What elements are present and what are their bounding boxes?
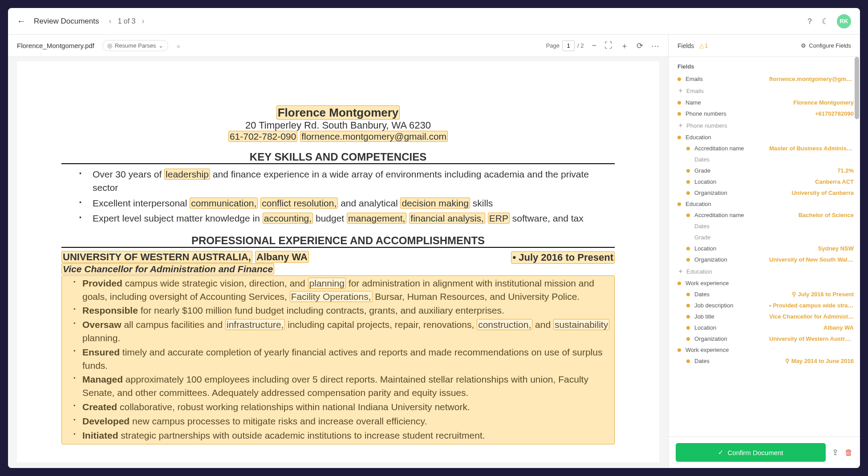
- delete-icon[interactable]: 🗑: [845, 448, 853, 457]
- field-label: Work experience: [685, 347, 854, 353]
- fields-list[interactable]: Fields Emailsflornence.montgomery@gmail.…: [669, 57, 860, 436]
- field-row[interactable]: Accreditation nameBachelor of Science: [676, 210, 856, 221]
- plus-icon: +: [677, 87, 684, 95]
- field-value: Albany WA: [823, 324, 854, 331]
- document-viewport[interactable]: Florence Montgomery 20 Timperley Rd. Sou…: [8, 57, 668, 468]
- bullet-icon: [686, 337, 690, 341]
- topbar-right: ？ ☾ RK: [806, 14, 851, 28]
- bullet-icon: [686, 180, 690, 184]
- document-page: Florence Montgomery 20 Timperley Rd. Sou…: [17, 61, 659, 462]
- field-row[interactable]: Grade71.2%: [676, 165, 856, 176]
- filename: Florence_Montgomery.pdf: [17, 42, 94, 49]
- configure-fields-button[interactable]: ⚙ Configure Fields: [801, 42, 851, 49]
- bullet-icon: [686, 147, 690, 150]
- field-row[interactable]: NameFlorence Montgomery: [676, 97, 856, 108]
- zoom-in-icon[interactable]: ＋: [621, 40, 629, 51]
- warning-badge[interactable]: △1: [699, 42, 708, 49]
- field-label: Job title: [694, 313, 769, 320]
- field-row[interactable]: OrganizationUniversity of Western Austra…: [676, 333, 856, 344]
- field-row[interactable]: Job description• Provided campus wide st…: [676, 300, 856, 311]
- field-row[interactable]: Dates⚲ May 2014 to June 2016: [676, 355, 856, 367]
- field-label: Education: [685, 201, 854, 207]
- field-value: ⚲ July 2016 to Present: [792, 291, 854, 298]
- field-value: Bachelor of Science: [799, 212, 854, 218]
- bullet-icon: [677, 282, 681, 285]
- gear-icon: ⚙: [801, 42, 806, 49]
- topbar: ← Review Documents ‹ 1 of 3 › ？ ☾ RK: [8, 8, 860, 35]
- field-value: Master of Business Administr...: [769, 145, 854, 152]
- field-label: Name: [685, 99, 793, 106]
- list-item: Managed approximately 100 employees incl…: [73, 373, 612, 399]
- field-row[interactable]: Education: [676, 198, 856, 210]
- sidebar-title: Fields: [677, 42, 694, 49]
- user-avatar[interactable]: RK: [837, 14, 851, 28]
- field-value: 71.2%: [837, 167, 854, 174]
- next-doc-button[interactable]: ›: [140, 16, 146, 26]
- theme-toggle-icon[interactable]: ☾: [822, 16, 829, 26]
- field-row[interactable]: +Education: [676, 265, 856, 278]
- zoom-out-icon[interactable]: −: [592, 41, 596, 50]
- sidebar-footer: ✓ Confirm Document ⇪ 🗑: [669, 436, 860, 468]
- skills-list: Over 30 years of leadership and finance …: [61, 168, 615, 226]
- tag-icon[interactable]: ⬦: [176, 42, 181, 50]
- field-label: Grade: [694, 167, 837, 174]
- divider: [61, 247, 615, 248]
- export-icon[interactable]: ⇪: [832, 448, 839, 457]
- list-item: Created collaborative, robust working re…: [73, 400, 612, 414]
- prev-doc-button[interactable]: ‹: [107, 16, 113, 26]
- field-label: Phone numbers: [685, 110, 815, 117]
- field-label: Phone numbers: [686, 122, 854, 129]
- field-row[interactable]: OrganizationUniversity of Canberra: [676, 187, 856, 198]
- field-label: Location: [694, 324, 823, 331]
- bullet-icon: [677, 101, 681, 105]
- user-icon: ◎: [107, 42, 112, 49]
- field-label: Job description: [694, 302, 769, 309]
- back-arrow-icon[interactable]: ←: [17, 16, 26, 26]
- field-row[interactable]: Emailsflornence.montgomery@gmail....: [676, 73, 856, 85]
- field-row[interactable]: Dates: [676, 221, 856, 232]
- sidebar-header: Fields △1 ⚙ Configure Fields: [669, 35, 860, 57]
- field-row[interactable]: LocationSydney NSW: [676, 243, 856, 254]
- field-row[interactable]: Work experience: [676, 278, 856, 289]
- field-row[interactable]: LocationAlbany WA: [676, 322, 856, 333]
- bullet-icon: [686, 214, 690, 217]
- bullet-icon: [677, 348, 681, 352]
- field-value: Canberra ACT: [815, 178, 854, 185]
- field-row[interactable]: Dates⚲ July 2016 to Present: [676, 289, 856, 300]
- experience-heading: PROFESSIONAL EXPERIENCE AND ACCOMPLISHME…: [61, 234, 615, 247]
- field-label: Emails: [686, 88, 854, 94]
- field-row[interactable]: Dates: [676, 154, 856, 165]
- field-value: ⚲ May 2014 to June 2016: [785, 358, 854, 364]
- list-item: Oversaw all campus facilities and infras…: [73, 318, 612, 345]
- field-row[interactable]: Phone numbers+61702782090: [676, 108, 856, 119]
- app-frame: ← Review Documents ‹ 1 of 3 › ？ ☾ RK Flo…: [8, 8, 860, 468]
- bullet-icon: [686, 169, 690, 173]
- more-menu-icon[interactable]: ⋯: [651, 41, 659, 51]
- field-row[interactable]: OrganizationUniversity of New South Wale…: [676, 254, 856, 265]
- field-row[interactable]: Job titleVice Chancellor for Administr..…: [676, 311, 856, 322]
- field-row[interactable]: Education: [676, 132, 856, 143]
- plus-icon: +: [677, 121, 684, 129]
- field-row[interactable]: Accreditation nameMaster of Business Adm…: [676, 143, 856, 154]
- field-row[interactable]: +Emails: [676, 85, 856, 97]
- help-icon[interactable]: ？: [806, 16, 814, 27]
- scrollbar-thumb[interactable]: [855, 57, 859, 119]
- field-row[interactable]: LocationCanberra ACT: [676, 176, 856, 187]
- list-item: Provided campus wide strategic vision, d…: [73, 277, 612, 303]
- fit-screen-icon[interactable]: ⛶: [604, 41, 612, 50]
- field-row[interactable]: Work experience: [676, 344, 856, 355]
- parser-select[interactable]: ◎ Resume Parses ⌄: [102, 40, 168, 51]
- field-row[interactable]: +Phone numbers: [676, 119, 856, 132]
- rotate-icon[interactable]: ⟳: [637, 41, 643, 51]
- field-row[interactable]: Grade: [676, 232, 856, 243]
- page-input[interactable]: [562, 40, 575, 51]
- confirm-document-button[interactable]: ✓ Confirm Document: [676, 443, 826, 462]
- list-item: Ensured timely and accurate completion o…: [73, 346, 612, 372]
- page-total: / 2: [577, 42, 584, 49]
- doc-tb-left: Florence_Montgomery.pdf ◎ Resume Parses …: [17, 40, 181, 51]
- bullet-icon: [677, 202, 681, 206]
- doc-tb-right: Page / 2 − ⛶ ＋ ⟳ ⋯: [546, 40, 659, 51]
- field-value: Vice Chancellor for Administr...: [769, 313, 854, 320]
- bullet-icon: [677, 136, 681, 139]
- check-icon: ✓: [718, 448, 724, 456]
